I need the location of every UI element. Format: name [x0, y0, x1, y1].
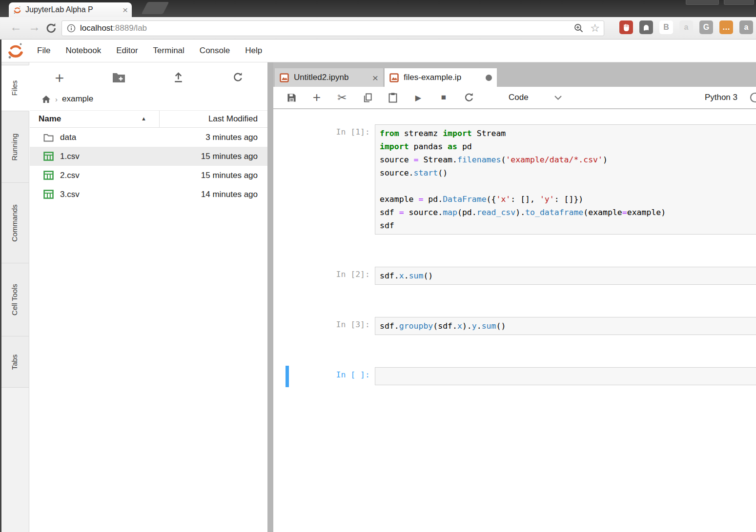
sidebar-tab-running[interactable]: Running [0, 111, 29, 183]
menu-file[interactable]: File [37, 46, 50, 56]
letter-a-icon[interactable]: a [739, 20, 753, 34]
dock-tabbar: Untitled2.ipynb×files-example.ip [273, 62, 756, 87]
notebook-cell[interactable]: In [3]:sdf.groupby(sdf.x).y.sum() [273, 317, 756, 335]
stop-hand-icon[interactable] [619, 20, 633, 34]
browser-toolbar: ← → localhost:8889/lab ☆ BaG…a [0, 17, 756, 39]
code-line: example = pd.DataFrame({'x': [], 'y': []… [380, 193, 756, 206]
menu-terminal[interactable]: Terminal [153, 46, 184, 56]
cell-prompt: In [3]: [322, 320, 370, 329]
dock-tab-label: files-example.ip [404, 73, 461, 82]
notebook-toolbar: + ✂ ▶ ■ Code Python 3 [273, 87, 756, 109]
sidebar-tab-commands[interactable]: Commands [0, 182, 29, 263]
breadcrumb-current[interactable]: example [62, 94, 93, 104]
cell-input[interactable] [375, 367, 756, 385]
forward-icon[interactable]: → [28, 20, 41, 34]
cell-input[interactable]: sdf.groupby(sdf.x).y.sum() [375, 317, 756, 335]
csv-file-icon [43, 171, 54, 180]
cell-input[interactable]: sdf.x.sum() [375, 267, 756, 285]
sidebar-tab-label: Cell Tools [10, 284, 19, 315]
copy-icon[interactable] [360, 93, 375, 103]
sidebar-tab-label: Tabs [10, 354, 19, 370]
menu-notebook[interactable]: Notebook [65, 46, 101, 56]
notebook-content: In [1]:from streamz import Streamimport … [273, 109, 756, 532]
menu-editor[interactable]: Editor [116, 46, 138, 56]
add-cell-icon[interactable]: + [309, 90, 324, 105]
code-line: sdf.groupby(sdf.x).y.sum() [380, 319, 756, 333]
letter-a-faded-icon[interactable]: a [679, 20, 693, 34]
csv-file-icon [43, 152, 54, 161]
sidebar-tab-tabs[interactable]: Tabs [0, 336, 29, 388]
back-icon[interactable]: ← [10, 20, 22, 34]
notebook-cell[interactable]: In [1]:from streamz import Streamimport … [273, 124, 756, 235]
info-icon[interactable] [67, 24, 76, 33]
file-row[interactable]: 2.csv15 minutes ago [30, 166, 267, 185]
notebook-cell[interactable]: In [ ]: [273, 367, 756, 385]
new-tab-button[interactable] [142, 2, 169, 14]
home-icon[interactable] [41, 95, 51, 103]
menu-console[interactable]: Console [200, 46, 230, 56]
browser-tab[interactable]: JupyterLab Alpha P × [9, 2, 132, 17]
cell-type-select[interactable]: Code [509, 93, 529, 102]
letter-b-icon[interactable]: B [659, 20, 673, 34]
new-folder-icon[interactable] [108, 72, 130, 85]
file-row[interactable]: 1.csv15 minutes ago [30, 147, 267, 166]
kernel-indicator[interactable]: Python 3 [705, 92, 756, 103]
file-modified: 15 minutes ago [201, 152, 258, 161]
dock-tab[interactable]: Untitled2.ipynb× [275, 68, 383, 87]
stop-icon[interactable]: ■ [436, 93, 451, 102]
refresh-icon[interactable] [227, 71, 248, 85]
panel-divider[interactable] [267, 62, 273, 532]
chevron-down-icon[interactable] [554, 95, 562, 100]
reload-icon[interactable] [45, 22, 58, 37]
upload-icon[interactable] [167, 71, 189, 85]
file-row[interactable]: 3.csv14 minutes ago [30, 185, 267, 204]
cell-prompt: In [ ]: [322, 370, 370, 379]
sidebar-tab-label: Files [10, 80, 19, 96]
letter-g-icon[interactable]: G [699, 20, 713, 34]
paste-icon[interactable] [386, 92, 400, 103]
cut-icon[interactable]: ✂ [335, 91, 349, 104]
extension-icons: BaG…a [619, 20, 753, 34]
code-line: sdf [380, 219, 756, 232]
run-icon[interactable]: ▶ [411, 93, 426, 102]
dirty-indicator [486, 75, 492, 81]
file-browser-panel: + › example Name ▲ [30, 62, 267, 532]
ellipsis-icon[interactable]: … [719, 20, 733, 34]
jupyter-favicon [13, 5, 22, 15]
workspace: FilesRunningCommandsCell ToolsTabs + › [0, 62, 756, 532]
code-line: sdf.x.sum() [380, 269, 756, 282]
tab-close-icon[interactable]: × [372, 73, 378, 83]
window-control[interactable] [724, 0, 754, 5]
notebook-cell[interactable]: In [2]:sdf.x.sum() [273, 267, 756, 285]
dock-tab[interactable]: files-example.ip [385, 68, 497, 87]
column-name[interactable]: Name [39, 114, 61, 124]
code-line [380, 179, 756, 193]
address-bar[interactable]: localhost:8889/lab ☆ [61, 20, 604, 36]
sidebar-tab-label: Commands [10, 204, 19, 242]
restart-icon[interactable] [462, 92, 476, 103]
notebook-file-icon [280, 73, 289, 82]
active-cell-indicator [286, 366, 289, 387]
sidebar-tab-cell-tools[interactable]: Cell Tools [0, 263, 29, 336]
sidebar-tab-files[interactable]: Files [0, 65, 29, 111]
url-path: :8889/lab [113, 23, 147, 33]
column-modified[interactable]: Last Modified [208, 114, 258, 124]
zoom-icon[interactable] [573, 23, 584, 34]
tab-close-icon[interactable]: × [123, 5, 128, 15]
star-icon[interactable]: ☆ [590, 23, 600, 34]
menu-help[interactable]: Help [245, 46, 262, 56]
window-control[interactable] [686, 0, 719, 5]
ghost-icon[interactable] [639, 20, 653, 34]
file-name: 1.csv [60, 152, 201, 161]
new-launcher-icon[interactable]: + [49, 70, 70, 86]
file-modified: 14 minutes ago [201, 190, 258, 199]
file-name: 3.csv [60, 190, 201, 199]
save-icon[interactable] [284, 93, 299, 103]
folder-icon [43, 133, 54, 142]
file-row[interactable]: data3 minutes ago [30, 128, 267, 147]
sort-asc-icon[interactable]: ▲ [141, 116, 146, 121]
cell-input[interactable]: from streamz import Streamimport pandas … [375, 124, 756, 235]
code-line: from streamz import Stream [380, 127, 756, 140]
csv-file-icon [43, 190, 54, 199]
code-line: source.start() [380, 166, 756, 179]
